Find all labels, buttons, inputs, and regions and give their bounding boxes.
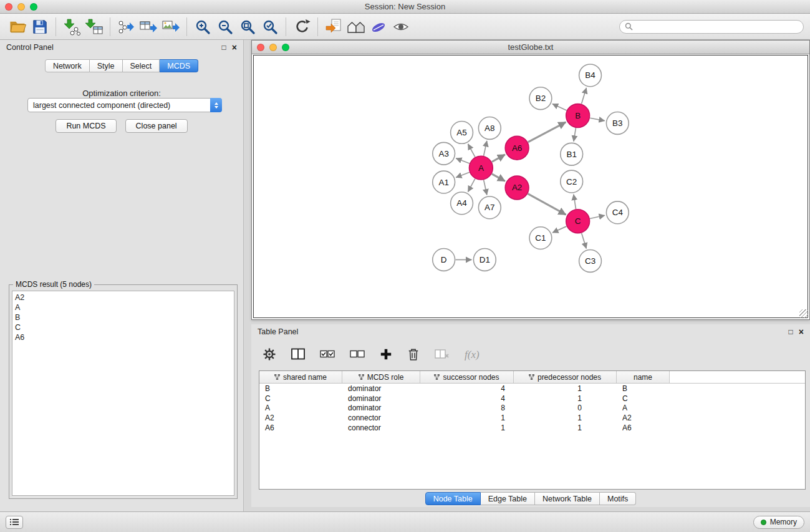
column-header-successor-nodes[interactable]: successor nodes (420, 371, 514, 383)
graph-edge-A6-B[interactable] (528, 122, 566, 142)
graph-node-A8[interactable]: A8 (478, 117, 501, 140)
neighborhood-icon[interactable] (345, 16, 367, 37)
mcds-result-item[interactable]: C (12, 322, 234, 332)
import-table-file-icon[interactable] (83, 16, 105, 37)
unselect-all-icon[interactable] (350, 350, 365, 360)
graph-edge-A-A8[interactable] (484, 141, 487, 156)
graph-edge-C-C2[interactable] (574, 195, 576, 209)
column-header-name[interactable]: name (617, 371, 670, 383)
graph-edge-A-A6[interactable] (492, 155, 505, 162)
graph-node-A[interactable]: A (469, 156, 493, 180)
graph-edge-C-C4[interactable] (590, 215, 605, 218)
float-table-panel-icon[interactable]: □ (789, 328, 793, 336)
memory-button[interactable]: Memory (753, 516, 804, 529)
graph-node-B2[interactable]: B2 (529, 87, 552, 110)
graph-edge-B-B4[interactable] (582, 88, 587, 104)
graph-edge-C-C3[interactable] (582, 233, 587, 249)
mcds-result-item[interactable]: A (12, 302, 234, 312)
graph-node-C3[interactable]: C3 (579, 250, 602, 273)
zoom-out-icon[interactable] (214, 16, 236, 37)
table-row[interactable]: Bdominator41B (259, 384, 805, 394)
close-table-panel-icon[interactable]: × (799, 327, 804, 336)
graph-node-A2[interactable]: A2 (505, 176, 529, 200)
table-row[interactable]: A6connector11A6 (259, 423, 805, 433)
tab-network[interactable]: Network (45, 59, 90, 72)
graph-edge-A-A3[interactable] (456, 158, 470, 163)
network-canvas[interactable]: B4B2BB3A5A8A6A3B1AC2A1A2A4A7C4CC1C3DD1 (253, 55, 808, 318)
tab-style[interactable]: Style (90, 59, 123, 72)
add-row-icon[interactable] (380, 348, 392, 362)
paintbrush-icon[interactable] (367, 16, 390, 37)
graph-node-C[interactable]: C (566, 210, 590, 233)
graph-node-C4[interactable]: C4 (606, 201, 629, 224)
tab-node-table[interactable]: Node Table (425, 492, 481, 505)
table-row[interactable]: Cdominator41C (259, 394, 805, 404)
graph-node-A7[interactable]: A7 (478, 196, 501, 219)
export-image-icon[interactable] (160, 16, 182, 37)
graph-node-A1[interactable]: A1 (433, 171, 455, 193)
minimize-window-button[interactable] (17, 3, 25, 11)
float-panel-icon[interactable]: □ (222, 44, 226, 51)
graph-node-B1[interactable]: B1 (561, 143, 583, 165)
gear-icon[interactable] (263, 347, 276, 363)
close-panel-icon[interactable]: × (232, 43, 237, 52)
tab-motifs[interactable]: Motifs (600, 492, 636, 505)
tab-edge-table[interactable]: Edge Table (481, 492, 535, 505)
mcds-result-item[interactable]: A6 (12, 332, 234, 342)
graph-edge-A-A4[interactable] (468, 179, 475, 192)
page-arrow-icon[interactable] (322, 16, 345, 37)
import-network-file-icon[interactable] (60, 16, 83, 37)
graph-node-A6[interactable]: A6 (505, 136, 529, 160)
column-header-mcds-role[interactable]: MCDS role (342, 371, 420, 383)
graph-node-B3[interactable]: B3 (606, 112, 629, 135)
export-table-icon[interactable] (137, 16, 160, 37)
zoom-selected-icon[interactable] (259, 16, 281, 37)
tab-mcds[interactable]: MCDS (160, 59, 198, 72)
tab-select[interactable]: Select (123, 59, 160, 72)
search-input[interactable] (637, 22, 798, 31)
zoom-fit-icon[interactable] (236, 16, 259, 37)
zoom-window-button[interactable] (30, 3, 37, 11)
node-table[interactable]: shared name MCDS role successor nodes pr… (259, 370, 806, 490)
criterion-dropdown[interactable]: largest connected component (directed) (27, 98, 222, 112)
graph-node-D[interactable]: D (433, 249, 455, 271)
graph-edge-B-B2[interactable] (552, 104, 567, 111)
graph-edge-C-C1[interactable] (552, 226, 566, 233)
graph-node-A4[interactable]: A4 (451, 192, 473, 215)
graph-edge-A-A5[interactable] (468, 144, 475, 157)
graph-node-B4[interactable]: B4 (579, 64, 602, 87)
graph-node-D1[interactable]: D1 (473, 249, 496, 271)
graph-node-C2[interactable]: C2 (561, 170, 583, 193)
graph-edge-A-A2[interactable] (492, 174, 505, 181)
column-header-shared-name[interactable]: shared name (259, 371, 342, 383)
graph-node-C1[interactable]: C1 (529, 227, 552, 249)
graph-edge-B-B1[interactable] (574, 128, 576, 141)
zoom-in-icon[interactable] (191, 16, 214, 37)
graph-node-A5[interactable]: A5 (451, 121, 473, 143)
mcds-result-item[interactable]: B (12, 312, 234, 322)
export-network-icon[interactable] (115, 16, 137, 37)
toolbar-search[interactable] (619, 20, 804, 34)
task-history-button[interactable] (6, 516, 23, 529)
zoom-network-button[interactable] (282, 44, 289, 51)
apply-layout-icon[interactable] (291, 16, 313, 37)
delete-row-icon[interactable] (407, 347, 420, 363)
open-session-icon[interactable] (6, 16, 29, 37)
graph-node-A3[interactable]: A3 (433, 142, 455, 165)
close-network-button[interactable] (257, 44, 264, 51)
column-chooser-icon[interactable] (291, 348, 305, 362)
graph-edge-A-A7[interactable] (484, 180, 487, 195)
graph-edge-A-A1[interactable] (456, 172, 470, 177)
select-all-icon[interactable] (320, 350, 335, 360)
table-row[interactable]: Adominator80A (259, 404, 805, 414)
minimize-network-button[interactable] (269, 44, 277, 51)
column-header-predecessor-nodes[interactable]: predecessor nodes (514, 371, 617, 383)
close-panel-button[interactable]: Close panel (125, 119, 188, 133)
network-graph[interactable]: B4B2BB3A5A8A6A3B1AC2A1A2A4A7C4CC1C3DD1 (254, 56, 808, 317)
close-window-button[interactable] (5, 3, 12, 11)
save-session-icon[interactable] (29, 16, 51, 37)
graph-edge-B-B3[interactable] (590, 118, 605, 120)
graph-node-B[interactable]: B (566, 104, 590, 128)
run-mcds-button[interactable]: Run MCDS (55, 119, 116, 133)
mcds-result-item[interactable]: A2 (12, 293, 234, 302)
